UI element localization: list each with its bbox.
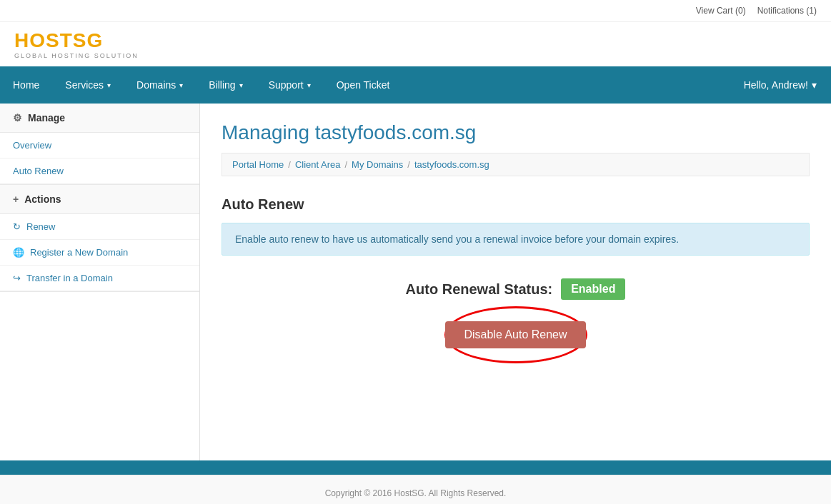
chevron-down-icon: ▾ [307,81,311,89]
nav-item-home[interactable]: Home [0,66,52,104]
breadcrumb-client-area[interactable]: Client Area [295,159,341,170]
chevron-down-icon: ▾ [239,81,243,89]
gear-icon: ⚙ [13,112,22,124]
disable-auto-renew-button[interactable]: Disable Auto Renew [445,321,585,348]
nav-item-services[interactable]: Services ▾ [52,66,124,104]
footer-bar [0,460,831,475]
button-area: Disable Auto Renew [222,321,810,348]
sidebar-actions-header: + Actions [0,185,199,214]
sidebar-manage-header: ⚙ Manage [0,104,199,133]
breadcrumb-separator: / [288,159,291,170]
status-row: Auto Renewal Status: Enabled [222,278,810,300]
sidebar-item-renew[interactable]: ↻ Renew [0,214,199,240]
chevron-down-icon: ▾ [812,79,817,91]
sidebar-manage-section: ⚙ Manage Overview Auto Renew [0,104,199,185]
breadcrumb-my-domains[interactable]: My Domains [352,159,403,170]
breadcrumb-separator: / [407,159,410,170]
logo-main: HOSTSG [14,29,103,52]
status-label: Auto Renewal Status: [406,281,553,298]
logo-prefix: HOST [14,29,73,51]
page-title: Managing tastyfoods.com.sg [222,121,810,144]
section-title: Auto Renew [222,196,810,213]
breadcrumb: Portal Home / Client Area / My Domains /… [222,153,810,176]
logo-sub: GLOBAL HOSTING SOLUTION [14,52,139,59]
sidebar-actions-section: + Actions ↻ Renew 🌐 Register a New Domai… [0,185,199,292]
main-layout: ⚙ Manage Overview Auto Renew + Actions ↻… [0,104,831,460]
nav-left: Home Services ▾ Domains ▾ Billing ▾ Supp… [0,66,730,104]
sidebar-item-auto-renew[interactable]: Auto Renew [0,158,199,184]
globe-icon: 🌐 [13,247,24,258]
footer: Copyright © 2016 HostSG. All Rights Rese… [0,475,831,504]
auto-renew-info-box: Enable auto renew to have us automatical… [222,223,810,256]
breadcrumb-current: tastyfoods.com.sg [414,159,489,170]
transfer-icon: ↪ [13,273,21,283]
sidebar: ⚙ Manage Overview Auto Renew + Actions ↻… [0,104,200,460]
main-nav: Home Services ▾ Domains ▾ Billing ▾ Supp… [0,66,831,104]
sidebar-item-overview[interactable]: Overview [0,133,199,158]
sidebar-item-transfer-domain[interactable]: ↪ Transfer in a Domain [0,266,199,291]
nav-user-greeting[interactable]: Hello, Andrew! ▾ [730,66,831,104]
view-cart-link[interactable]: View Cart (0) [696,6,746,16]
renew-icon: ↻ [13,221,21,232]
nav-item-support[interactable]: Support ▾ [256,66,324,104]
top-bar: View Cart (0) Notifications (1) [0,0,831,22]
breadcrumb-portal-home[interactable]: Portal Home [232,159,284,170]
content-area: Managing tastyfoods.com.sg Portal Home /… [200,104,831,460]
nav-item-billing[interactable]: Billing ▾ [196,66,255,104]
chevron-down-icon: ▾ [107,81,111,89]
logo: HOSTSG GLOBAL HOSTING SOLUTION [14,29,139,59]
nav-item-domains[interactable]: Domains ▾ [124,66,196,104]
status-badge: Enabled [561,278,625,300]
notifications-link[interactable]: Notifications (1) [757,6,817,16]
sidebar-item-register-domain[interactable]: 🌐 Register a New Domain [0,240,199,266]
logo-suffix: SG [73,29,103,51]
chevron-down-icon: ▾ [179,81,183,89]
header: HOSTSG GLOBAL HOSTING SOLUTION [0,22,831,66]
breadcrumb-separator: / [344,159,347,170]
plus-icon: + [13,193,19,205]
nav-item-open-ticket[interactable]: Open Ticket [324,66,403,104]
